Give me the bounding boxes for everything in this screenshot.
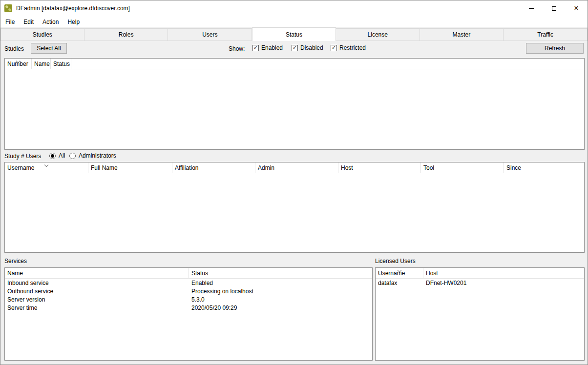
window-title: DFadmin [datafax@explore.dfdiscover.com] xyxy=(16,5,520,12)
studies-table-body xyxy=(5,69,584,149)
service-status: 2020/05/20 09:29 xyxy=(189,304,372,311)
service-name: Server time xyxy=(5,304,189,311)
licensed-col-username[interactable]: Username xyxy=(376,268,423,278)
restricted-checkbox[interactable]: ✓ Restricted xyxy=(331,44,366,51)
radio-administrators[interactable]: Administrators xyxy=(69,152,116,159)
studies-label: Studies xyxy=(4,45,24,52)
radio-administrators-label: Administrators xyxy=(79,152,116,159)
minimize-button[interactable] xyxy=(520,0,543,16)
checkbox-icon: ✓ xyxy=(331,45,337,51)
enabled-checkbox-label: Enabled xyxy=(261,44,283,51)
licensed-users-label: Licensed Users xyxy=(375,258,416,264)
service-status: Processing on localhost xyxy=(189,288,372,295)
sort-indicator-icon xyxy=(44,163,48,167)
restricted-checkbox-label: Restricted xyxy=(339,44,366,51)
study-users-label: Study # Users xyxy=(4,153,41,160)
radio-dot-icon xyxy=(51,154,54,158)
services-col-name[interactable]: Name xyxy=(5,268,189,278)
studies-table: Number Name Status xyxy=(4,58,585,150)
close-icon: × xyxy=(574,4,578,12)
tab-status[interactable]: Status xyxy=(252,27,336,41)
table-row[interactable]: Server time 2020/05/20 09:29 xyxy=(5,304,372,312)
tab-license[interactable]: License xyxy=(336,28,420,41)
checkbox-icon: ✓ xyxy=(252,45,259,51)
show-label: Show: xyxy=(229,45,245,52)
app-window: DFadmin [datafax@explore.dfdiscover.com]… xyxy=(0,0,588,365)
disabled-checkbox[interactable]: ✓ Disabled xyxy=(292,44,323,51)
licensed-users-table-header: Username Host xyxy=(376,268,584,279)
disabled-checkbox-label: Disabled xyxy=(300,44,323,51)
radio-all-label: All xyxy=(59,152,65,159)
menu-file[interactable]: File xyxy=(1,17,19,27)
title-bar: DFadmin [datafax@explore.dfdiscover.com]… xyxy=(0,0,588,16)
service-status: Enabled xyxy=(189,280,372,286)
tab-studies[interactable]: Studies xyxy=(0,28,84,41)
maximize-button[interactable] xyxy=(543,0,565,16)
licensed-users-table: Username Host datafax DFnet-HW0201 xyxy=(375,267,585,361)
users-col-affiliation[interactable]: Affiliation xyxy=(172,162,255,173)
tab-roles[interactable]: Roles xyxy=(84,28,168,41)
check-icon: ✓ xyxy=(293,45,297,50)
licensed-col-host[interactable]: Host xyxy=(423,268,584,278)
maximize-icon xyxy=(552,6,556,11)
studies-col-filler xyxy=(71,59,584,69)
service-name: Outbound service xyxy=(5,288,189,295)
service-status: 5.3.0 xyxy=(189,296,372,303)
minimize-icon xyxy=(529,8,534,9)
users-col-admin[interactable]: Admin xyxy=(255,162,338,173)
checkbox-icon: ✓ xyxy=(292,45,298,51)
users-col-tool[interactable]: Tool xyxy=(421,162,504,173)
study-users-bar: Study # Users All Administrators xyxy=(0,150,588,162)
users-col-fullname[interactable]: Full Name xyxy=(88,162,172,173)
users-table: Username Full Name Affiliation Admin Hos… xyxy=(4,162,585,253)
tab-master[interactable]: Master xyxy=(420,28,504,41)
services-col-status[interactable]: Status xyxy=(189,268,372,278)
toolbar: Studies Select All Show: ✓ Enabled ✓ Dis… xyxy=(0,41,588,57)
studies-col-name[interactable]: Name xyxy=(32,59,51,69)
table-row[interactable]: datafax DFnet-HW0201 xyxy=(376,279,584,287)
services-table-header: Name Status xyxy=(5,268,372,279)
table-row[interactable]: Server version 5.3.0 xyxy=(5,295,372,304)
check-icon: ✓ xyxy=(332,45,336,50)
tab-traffic[interactable]: Traffic xyxy=(504,28,588,41)
users-col-since[interactable]: Since xyxy=(504,162,584,173)
check-icon: ✓ xyxy=(253,45,258,50)
refresh-button[interactable]: Refresh xyxy=(526,43,584,54)
users-col-host[interactable]: Host xyxy=(338,162,421,173)
tab-bar: Studies Roles Users Status License Maste… xyxy=(0,27,588,41)
menu-action[interactable]: Action xyxy=(38,17,63,27)
app-icon xyxy=(4,4,12,12)
users-col-username[interactable]: Username xyxy=(5,162,88,173)
radio-all[interactable]: All xyxy=(49,152,65,159)
services-table: Name Status Inbound service Enabled Outb… xyxy=(4,267,373,361)
enabled-checkbox[interactable]: ✓ Enabled xyxy=(252,44,283,51)
licensed-username: datafax xyxy=(376,280,423,286)
studies-table-header: Number Name Status xyxy=(5,59,584,69)
users-table-header: Username Full Name Affiliation Admin Hos… xyxy=(5,162,584,173)
studies-col-status[interactable]: Status xyxy=(51,59,71,69)
studies-col-number[interactable]: Number xyxy=(5,59,32,69)
table-row[interactable]: Inbound service Enabled xyxy=(5,279,372,287)
menu-help[interactable]: Help xyxy=(63,17,84,27)
users-table-body xyxy=(5,173,584,252)
service-name: Inbound service xyxy=(5,280,189,286)
select-all-button[interactable]: Select All xyxy=(31,43,67,54)
licensed-host: DFnet-HW0201 xyxy=(423,280,584,286)
radio-icon xyxy=(69,153,76,159)
tab-users[interactable]: Users xyxy=(168,28,252,41)
radio-icon xyxy=(49,153,56,159)
close-button[interactable]: × xyxy=(565,0,588,16)
service-name: Server version xyxy=(5,296,189,303)
services-label: Services xyxy=(4,258,27,264)
menu-edit[interactable]: Edit xyxy=(19,17,38,27)
table-row[interactable]: Outbound service Processing on localhost xyxy=(5,287,372,295)
menu-bar: File Edit Action Help xyxy=(0,16,588,27)
